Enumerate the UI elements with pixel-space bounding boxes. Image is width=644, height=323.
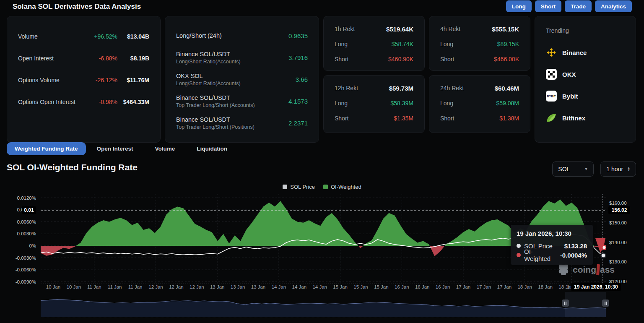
left-axis-tick: -0.0030% [0, 255, 36, 261]
rekt-total: $59.73M [389, 85, 413, 92]
x-axis-tick: 13 Jan [231, 284, 245, 289]
rekt-long-label: Long [440, 100, 496, 107]
trending-item-okx[interactable]: OKX [546, 63, 625, 85]
x-axis-tick: 13 Jan [251, 284, 266, 289]
rekt-long-value: $58.39M [391, 100, 413, 107]
bybit-icon: BYBIT [546, 91, 557, 102]
trade-button[interactable]: Trade [565, 0, 592, 12]
x-axis-tick: 17 Jan [497, 284, 512, 289]
rekt-column-2: 4h Rekt$555.15K Long$89.15K Short$466.00… [429, 16, 530, 143]
rekt-total: $519.64K [386, 26, 413, 33]
symbol-select-value: SOL [558, 166, 570, 172]
left-axis-tick: 0.0060% [0, 219, 36, 225]
tab-open-interest[interactable]: Open Interest [86, 142, 144, 155]
navigator-left-handle[interactable] [562, 300, 569, 307]
oi-weighted-dot-icon [517, 253, 521, 257]
summary-panels: Volume +96.52% $13.04B Open Interest -6.… [7, 16, 636, 133]
rekt-short-label: Short [335, 56, 388, 63]
stat-value: $11.76M [117, 77, 149, 83]
rekt-long-label: Long [335, 100, 391, 107]
x-axis-tick: 11 Jan [128, 284, 143, 289]
ratio-title: Binance SOL/USDT [176, 116, 288, 123]
rekt-card-1h: 1h Rekt$519.64K Long$58.74K Short$460.90… [323, 16, 425, 71]
rekt-total: $60.46M [495, 85, 519, 92]
ratio-subtitle: Top Trader Long/Short (Positions) [176, 124, 288, 130]
red-candle-glyph [596, 264, 600, 275]
section-title: SOL OI-Weighted Funding Rate [7, 162, 138, 172]
interval-select-value: 1 hour [606, 166, 623, 172]
x-axis-tick: 11 Jan [87, 284, 101, 289]
rekt-label: 1h Rekt [335, 26, 386, 32]
tab-weighted-funding-rate[interactable]: Weighted Funding Rate [7, 142, 86, 155]
rekt-long-value: $59.08M [496, 100, 519, 107]
ratio-row: OKX SOL Long/Short Ratio(Accounts) 3.66 [176, 68, 308, 90]
short-button[interactable]: Short [535, 0, 561, 12]
rekt-long-label: Long [335, 41, 392, 47]
legend-item-sol-price[interactable]: SOL Price [283, 184, 315, 190]
navigator-selection[interactable] [565, 292, 606, 317]
chart-legend: SOL Price OI-Weighted [0, 184, 644, 190]
tooltip-timestamp: 19 Jan 2026, 10:30 [517, 230, 587, 237]
ratio-value: 0.9635 [288, 32, 308, 39]
long-button[interactable]: Long [506, 0, 532, 12]
stat-row-open-interest: Open Interest -6.88% $8.19B [18, 47, 149, 69]
ratio-row: Binance SOL/USDT Long/Short Ratio(Accoun… [176, 47, 308, 68]
rekt-label: 12h Rekt [335, 85, 389, 91]
trending-item-bybit[interactable]: BYBIT Bybit [546, 85, 625, 107]
rekt-short-label: Short [440, 115, 499, 122]
x-axis-tick: 12 Jan [169, 284, 184, 289]
x-axis-tick: 18 Jan [538, 284, 553, 289]
rekt-long-value: $89.15K [497, 41, 519, 47]
navigator-right-handle[interactable] [602, 300, 609, 307]
ratio-value: 4.1573 [288, 98, 308, 105]
trending-title: Trending [546, 23, 625, 38]
x-axis-tick: 10 Jan [46, 284, 61, 289]
coinglass-watermark: coingass [558, 263, 615, 276]
ratio-row: Long/Short (24h) 0.9635 [176, 25, 308, 47]
chart-navigator[interactable] [41, 294, 606, 317]
trending-items: Binance OKX BYBIT Bybit [546, 42, 625, 129]
x-axis-tick: 12 Jan [190, 284, 204, 289]
x-axis-tick: 14 Jan [292, 284, 307, 289]
analytics-button[interactable]: Analytics [595, 0, 632, 12]
coinglass-bear-icon [558, 263, 569, 276]
page-title: Solana SOL Derivatives Data Analysis [13, 3, 141, 11]
ratio-title: Long/Short (24h) [176, 32, 288, 39]
ratio-row: Binance SOL/USDT Top Trader Long/Short (… [176, 112, 308, 134]
funding-rate-chart: SOL Price OI-Weighted 0.0120%0.0090%0.00… [0, 180, 644, 323]
x-axis-tick: 16 Jan [395, 284, 409, 289]
x-axis-tick: 15 Jan [353, 284, 368, 289]
x-axis-tick-partial: 1 [567, 284, 569, 289]
tab-volume[interactable]: Volume [144, 142, 186, 155]
bitfinex-icon [546, 112, 557, 123]
price-last-value-badge: 156.02 [608, 206, 630, 214]
sol-price-dot-icon [517, 244, 521, 248]
rekt-label: 4h Rekt [440, 26, 492, 32]
legend-label: OI-Weighted [331, 184, 361, 190]
symbol-select[interactable]: SOL ▼ [552, 162, 594, 177]
x-axis-tick: 16 Jan [436, 284, 450, 289]
rekt-short-value: $460.90K [388, 56, 413, 63]
rekt-card-24h: 24h Rekt$60.46M Long$59.08M Short$1.38M [429, 75, 530, 133]
x-axis-tick: 13 Jan [210, 284, 225, 289]
crosshair-date-badge: 19 Jan 2026, 10:30 [571, 283, 621, 291]
interval-select[interactable]: 1 hour ▲▼ [600, 162, 636, 177]
rekt-long-label: Long [440, 41, 497, 47]
rekt-card-4h: 4h Rekt$555.15K Long$89.15K Short$466.00… [429, 16, 530, 71]
trending-item-binance[interactable]: Binance [546, 42, 625, 63]
trending-item-bitfinex[interactable]: Bitfinex [546, 107, 625, 129]
right-axis-tick: $140.00 [609, 239, 627, 246]
stat-change: +96.52% [82, 33, 117, 40]
legend-item-oi-weighted[interactable]: OI-Weighted [323, 184, 361, 190]
stat-value: $13.04B [117, 33, 149, 40]
oi-weighted-swatch [323, 185, 328, 189]
long-short-ratio-card: Long/Short (24h) 0.9635 Binance SOL/USDT… [165, 16, 319, 143]
x-axis-tick: 14 Jan [272, 284, 286, 289]
okx-icon [546, 69, 557, 80]
left-axis-tick: 0.0030% [0, 230, 36, 237]
tab-liquidation[interactable]: Liquidation [186, 142, 238, 155]
ratio-title: Binance SOL/USDT [176, 51, 288, 57]
exchange-name: Bitfinex [562, 115, 585, 122]
ratio-subtitle: Top Trader Long/Short (Accounts) [176, 102, 288, 108]
stat-label: Options Open Interest [18, 99, 82, 105]
